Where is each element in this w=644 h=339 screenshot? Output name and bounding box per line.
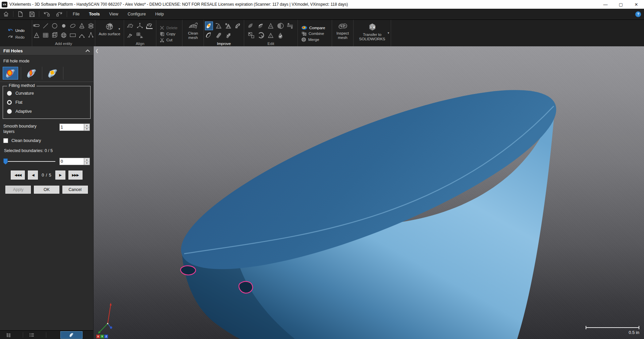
smooth-boundary-input[interactable]: [59, 124, 84, 131]
smooth-mesh-icon[interactable]: [215, 31, 223, 40]
previous-boundary-button[interactable]: ◀: [28, 171, 38, 180]
inspect-mesh-button[interactable]: Inspect mesh: [333, 21, 352, 46]
auto-surface-button[interactable]: Auto surface ▼: [99, 21, 120, 46]
add-sphere-grid-icon[interactable]: [60, 31, 68, 40]
menu-help[interactable]: Help: [151, 12, 169, 16]
copy-button[interactable]: Copy: [160, 32, 175, 36]
maximize-button[interactable]: ▢: [613, 0, 629, 9]
first-boundary-button[interactable]: ◀◀◀: [11, 171, 25, 180]
delete-button[interactable]: Delete: [160, 26, 177, 30]
menubar-separator: [39, 11, 39, 17]
add-ellipse-icon[interactable]: [69, 21, 77, 30]
align-surface-icon[interactable]: [126, 21, 134, 30]
auto-surface-dropdown-caret[interactable]: ▼: [118, 28, 121, 31]
apply-button[interactable]: Apply: [5, 186, 31, 194]
clean-boundary-checkbox[interactable]: [3, 138, 8, 143]
add-scanner-entity-icon[interactable]: [33, 21, 41, 30]
align-move-icon[interactable]: [126, 31, 134, 40]
add-angle-icon[interactable]: [33, 31, 41, 40]
align-mesh-target-icon[interactable]: [146, 21, 154, 30]
close-button[interactable]: ✕: [629, 0, 644, 9]
redo-button[interactable]: Redo: [7, 35, 25, 40]
slider-handle[interactable]: [3, 158, 8, 164]
align-grid-axis-icon[interactable]: [136, 31, 144, 40]
fill-holes-tool-tab[interactable]: [60, 331, 83, 339]
smooth-boundary-up-button[interactable]: ▲: [84, 124, 90, 127]
minimize-button[interactable]: —: [598, 0, 613, 9]
save-session-icon[interactable]: [26, 11, 38, 17]
add-cone-icon[interactable]: [78, 21, 86, 30]
validate-drop-icon[interactable]: [276, 31, 284, 40]
mode-divider: [42, 67, 42, 80]
boundary-up-button[interactable]: ▲: [84, 158, 90, 161]
undo-button[interactable]: Undo: [7, 28, 25, 33]
menu-tools[interactable]: Tools: [84, 12, 104, 16]
mirror-icon[interactable]: [276, 21, 284, 30]
decimate-icon[interactable]: [215, 21, 223, 30]
home-icon[interactable]: [0, 11, 12, 17]
add-table-icon[interactable]: [42, 31, 50, 40]
cut-button[interactable]: Cut: [160, 38, 172, 42]
transfer-solidworks-button[interactable]: S W Transfer to SOLIDWORKS ▼: [355, 21, 389, 46]
spacing-arrows-icon[interactable]: [286, 21, 294, 30]
system-tree-icon[interactable]: [3, 331, 15, 339]
fill-holes-icon[interactable]: [205, 21, 213, 30]
add-cube-grid-icon[interactable]: [51, 31, 59, 40]
radio-adaptive[interactable]: Adaptive: [7, 109, 87, 114]
add-line-icon[interactable]: [42, 21, 50, 30]
add-polyline-icon[interactable]: [78, 31, 86, 40]
add-vector-icon[interactable]: [87, 31, 95, 40]
fill-boundary-icon[interactable]: [205, 31, 213, 40]
collapse-panel-icon[interactable]: [86, 49, 90, 54]
redo-icon[interactable]: [53, 11, 66, 17]
boundary-down-button[interactable]: ▼: [84, 161, 90, 165]
next-boundary-button[interactable]: ▶: [55, 171, 65, 180]
combine-button[interactable]: Combine: [301, 31, 324, 36]
add-circle-icon[interactable]: [51, 21, 59, 30]
menu-file[interactable]: File: [68, 12, 84, 16]
menu-configure[interactable]: Configure: [123, 12, 150, 16]
merge-button[interactable]: Merge: [301, 37, 319, 42]
flip-normals-icon[interactable]: [247, 21, 255, 30]
radio-flat[interactable]: Flat: [7, 100, 87, 105]
scanned-mesh[interactable]: [94, 46, 644, 339]
smooth-boundary-down-button[interactable]: ▼: [84, 127, 90, 131]
defeature-icon[interactable]: [234, 21, 242, 30]
remove-spikes-icon[interactable]: [224, 31, 232, 40]
last-boundary-button[interactable]: ▶▶▶: [68, 171, 83, 180]
radio-flat-icon[interactable]: [7, 100, 12, 105]
edit-triangle-icon[interactable]: [267, 31, 275, 40]
add-triangle-icon[interactable]: [267, 21, 275, 30]
mode-bridge-hole-button[interactable]: [45, 67, 60, 80]
compare-button[interactable]: Compare: [301, 26, 325, 30]
radio-adaptive-icon[interactable]: [7, 109, 12, 114]
boundary-slider[interactable]: [3, 158, 55, 165]
offset-surface-icon[interactable]: [257, 21, 265, 30]
align-axes-icon[interactable]: [136, 21, 144, 30]
rotate-mesh-icon[interactable]: [257, 31, 265, 40]
mode-partial-hole-button[interactable]: [24, 67, 39, 80]
help-icon[interactable]: ?: [635, 11, 641, 17]
add-rectangle-icon[interactable]: [69, 31, 77, 40]
undo-icon[interactable]: [40, 11, 53, 17]
scale-mesh-icon[interactable]: [247, 31, 255, 40]
panel-actions-row: Apply OK Cancel: [0, 180, 93, 194]
mode-whole-hole-button[interactable]: [3, 67, 18, 80]
new-session-icon[interactable]: [14, 11, 26, 17]
radio-curvature-icon[interactable]: [7, 91, 12, 96]
menu-view[interactable]: View: [105, 12, 123, 16]
entity-list-icon[interactable]: [26, 331, 38, 339]
panel-header[interactable]: Fill Holes: [0, 46, 93, 55]
cancel-button[interactable]: Cancel: [62, 186, 88, 194]
add-point-icon[interactable]: [60, 21, 68, 30]
clean-mesh-button[interactable]: Clean mesh: [184, 21, 202, 46]
slider-track[interactable]: [3, 161, 55, 162]
ok-button[interactable]: OK: [34, 186, 59, 194]
subdivide-icon[interactable]: [224, 21, 232, 30]
add-plane-stack-icon[interactable]: [87, 21, 95, 30]
boundary-index-input[interactable]: [59, 158, 84, 165]
radio-curvature[interactable]: Curvature: [7, 91, 87, 96]
viewport-3d[interactable]: ❮: [94, 46, 644, 339]
clean-boundary-row[interactable]: Clean boundary: [0, 134, 93, 143]
transfer-dropdown-caret[interactable]: ▼: [387, 32, 390, 35]
